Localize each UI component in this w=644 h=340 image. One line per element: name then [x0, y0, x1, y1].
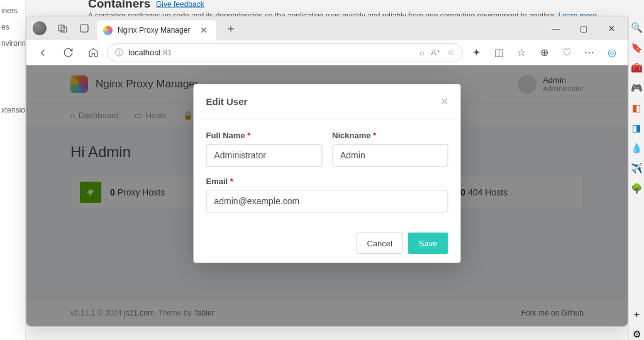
new-tab-button[interactable]: ＋: [220, 21, 242, 36]
tree-icon[interactable]: 🌳: [631, 183, 642, 194]
modal-footer: Cancel Save: [194, 224, 461, 263]
host-sidebar: iners es nvironm xtensio: [0, 0, 26, 340]
host-sidebar-item[interactable]: xtensio: [0, 102, 25, 118]
refresh-button[interactable]: [57, 43, 79, 63]
plus-icon[interactable]: ＋: [631, 309, 642, 320]
home-button[interactable]: [82, 43, 104, 63]
svg-rect-2: [80, 25, 88, 32]
profile-avatar[interactable]: [33, 21, 47, 35]
host-sidebar-item[interactable]: es: [0, 19, 25, 35]
window-close-button[interactable]: ✕: [597, 16, 625, 40]
collections-icon[interactable]: ⊕: [533, 43, 555, 63]
nickname-input[interactable]: [332, 144, 448, 167]
modal-header: Edit User ×: [194, 84, 461, 119]
maximize-button[interactable]: ▢: [570, 16, 597, 40]
url-port: :81: [160, 48, 172, 57]
tab-close-button[interactable]: ✕: [197, 25, 210, 35]
browser-tab[interactable]: Nginx Proxy Manager ✕: [97, 20, 216, 40]
outlook-icon[interactable]: ◨: [631, 123, 642, 134]
send-icon[interactable]: ✈️: [631, 163, 642, 174]
read-aloud-icon[interactable]: A⁺: [431, 48, 441, 57]
shopping-tag-icon[interactable]: 🔖: [631, 42, 642, 53]
bg-heading: Containers: [88, 0, 150, 11]
favorites-icon[interactable]: ☆: [511, 43, 532, 63]
health-icon[interactable]: ♡: [556, 43, 577, 63]
modal-title: Edit User: [206, 96, 248, 107]
split-screen-icon[interactable]: ◫: [488, 43, 509, 63]
page-content: Nginx Proxy Manager Admin Administrator …: [26, 65, 628, 326]
full-name-label: Full Name *: [206, 131, 323, 140]
toolbox-icon[interactable]: 🧰: [631, 62, 642, 74]
site-info-icon[interactable]: ⓘ: [115, 47, 123, 58]
save-button[interactable]: Save: [408, 233, 448, 254]
feedback-link[interactable]: Give feedback: [156, 0, 204, 9]
drop-icon[interactable]: 💧: [631, 143, 642, 154]
tab-favicon: [103, 26, 113, 35]
extensions-icon[interactable]: ✦: [465, 43, 487, 63]
edge-sidebar: 🔍 🔖 🧰 🎮 ◧ ◨ 💧 ✈️ 🌳 ＋ ⚙: [628, 16, 644, 340]
address-bar: ⓘ localhost:81 ⌕ A⁺ ☆ ✦ ◫ ☆ ⊕ ♡ ⋯ ◎: [26, 40, 628, 65]
back-button[interactable]: [31, 43, 54, 63]
games-icon[interactable]: 🎮: [631, 82, 642, 94]
key-icon[interactable]: ⌕: [419, 48, 425, 57]
modal-body: Full Name * Nickname * Email *: [194, 119, 461, 224]
tab-actions-icon[interactable]: [75, 19, 93, 37]
title-bar: Nginx Proxy Manager ✕ ＋ — ▢ ✕: [26, 16, 628, 40]
modal-close-button[interactable]: ×: [441, 94, 448, 109]
more-menu-icon[interactable]: ⋯: [579, 43, 600, 63]
email-input[interactable]: [206, 190, 448, 212]
copilot-icon[interactable]: ◎: [601, 43, 623, 63]
office-icon[interactable]: ◧: [631, 102, 642, 114]
full-name-input[interactable]: [206, 144, 323, 167]
favorite-icon[interactable]: ☆: [447, 48, 455, 57]
browser-window: Nginx Proxy Manager ✕ ＋ — ▢ ✕ ⓘ localhos…: [26, 16, 628, 327]
nickname-label: Nickname *: [332, 131, 448, 140]
host-sidebar-item[interactable]: nvironm: [0, 35, 25, 52]
edit-user-modal: Edit User × Full Name * Nickname * Email…: [194, 84, 461, 263]
url-host: localhost: [128, 48, 160, 57]
email-label: Email *: [206, 177, 448, 186]
settings-icon[interactable]: ⚙: [631, 329, 642, 340]
workspaces-icon[interactable]: [54, 19, 72, 37]
search-icon[interactable]: 🔍: [631, 22, 642, 33]
minimize-button[interactable]: —: [542, 16, 570, 40]
url-input[interactable]: ⓘ localhost:81 ⌕ A⁺ ☆: [107, 43, 463, 62]
tab-title: Nginx Proxy Manager: [118, 26, 192, 35]
host-sidebar-item[interactable]: iners: [0, 3, 25, 19]
cancel-button[interactable]: Cancel: [356, 233, 402, 254]
